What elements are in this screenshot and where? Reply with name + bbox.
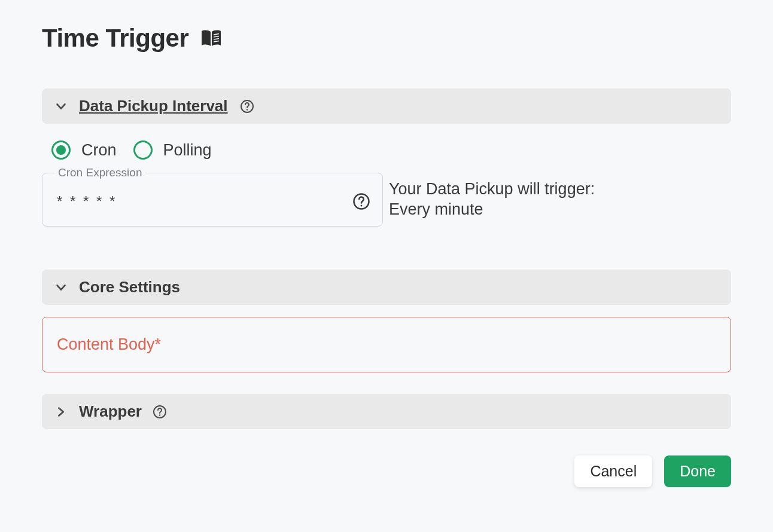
trigger-info: Your Data Pickup will trigger: Every min… [389,179,595,220]
radio-label-cron: Cron [81,141,117,160]
content-body-label: Content Body* [57,335,161,353]
section-label-data-pickup: Data Pickup Interval [79,97,228,115]
page-title: Time Trigger [42,24,188,53]
radio-polling[interactable] [133,140,153,160]
chevron-right-icon [54,405,68,419]
section-header-core-settings[interactable]: Core Settings [42,270,731,305]
chevron-down-icon [54,99,68,114]
trigger-info-line2: Every minute [389,200,595,220]
section-header-data-pickup[interactable]: Data Pickup Interval [42,88,731,124]
chevron-down-icon [54,280,68,295]
cron-value: * * * * * [57,193,117,210]
section-header-wrapper[interactable]: Wrapper [42,394,731,429]
cron-legend: Cron Expression [54,166,145,179]
trigger-info-line1: Your Data Pickup will trigger: [389,179,595,200]
radio-group-mode: Cron Polling [42,124,731,168]
section-label-wrapper: Wrapper [79,402,142,421]
title-row: Time Trigger [42,24,731,53]
done-button[interactable]: Done [664,455,731,487]
cron-expression-field[interactable]: Cron Expression * * * * * [42,173,383,227]
help-icon[interactable] [351,191,372,212]
cancel-button[interactable]: Cancel [574,455,652,487]
section-label-core-settings: Core Settings [79,278,180,296]
help-icon[interactable] [240,99,254,114]
help-icon[interactable] [153,405,167,419]
svg-point-5 [246,109,247,110]
svg-point-9 [159,414,160,415]
footer-actions: Cancel Done [42,455,731,487]
content-body-field[interactable]: Content Body* [42,317,731,372]
book-icon[interactable] [200,29,222,47]
svg-point-7 [361,204,363,206]
radio-cron[interactable] [51,140,71,160]
radio-label-polling: Polling [163,141,212,160]
